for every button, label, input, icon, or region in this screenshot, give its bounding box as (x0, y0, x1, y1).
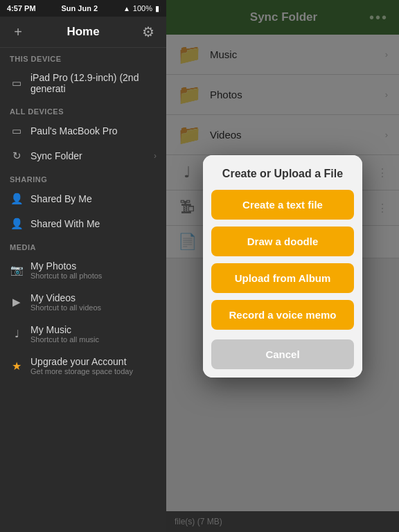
upgrade-sub: Get more storage space today (30, 367, 133, 375)
tablet-icon: ▭ (10, 77, 24, 89)
shared-with-me-label: Shared With Me (30, 218, 157, 229)
battery-level: 100% (133, 4, 152, 12)
status-icons: 100% (123, 4, 159, 13)
cancel-button[interactable]: Cancel (211, 339, 354, 369)
section-all-devices: ALL DEVICES (0, 100, 166, 118)
macbook-label: Paul's MacBook Pro (30, 125, 157, 136)
upgrade-label: Upgrade your Account (30, 356, 133, 367)
videos-sub: Shortcut to all videos (30, 303, 101, 312)
ipad-label: iPad Pro (12.9-inch) (2nd generati (30, 72, 157, 94)
wifi-icon (123, 4, 130, 12)
create-text-file-button[interactable]: Create a text file (211, 190, 354, 220)
music-label: My Music (30, 324, 99, 335)
gear-button[interactable]: ⚙ (140, 24, 157, 40)
photos-sub: Shortcut to all photos (30, 272, 102, 280)
camera-icon: 📷 (10, 264, 24, 276)
sidebar: 4:57 PM Sun Jun 2 100% + Home ⚙ THIS DEV… (0, 0, 166, 532)
section-this-device: THIS DEVICE (0, 48, 166, 66)
person-icon-1: 👤 (10, 193, 24, 205)
section-sharing: SHARING (0, 168, 166, 186)
modal-title: Create or Upload a File (203, 155, 362, 190)
upload-from-album-button[interactable]: Upload from Album (211, 263, 354, 293)
music-icon: ♩ (10, 328, 24, 340)
add-button[interactable]: + (10, 24, 26, 40)
sync-label: Sync Folder (30, 150, 147, 161)
laptop-icon: ▭ (10, 125, 24, 137)
modal-overlay: Create or Upload a File Create a text fi… (166, 0, 399, 532)
sidebar-item-videos[interactable]: ▶ My Videos Shortcut to all videos (0, 286, 166, 318)
sidebar-item-photos[interactable]: 📷 My Photos Shortcut to all photos (0, 254, 166, 286)
sidebar-item-music[interactable]: ♩ My Music Shortcut to all music (0, 318, 166, 350)
modal-cancel-area: Cancel (203, 337, 362, 378)
video-icon: ▶ (10, 296, 24, 308)
sidebar-item-ipad[interactable]: ▭ iPad Pro (12.9-inch) (2nd generati (0, 66, 166, 100)
sidebar-item-macbook[interactable]: ▭ Paul's MacBook Pro (0, 118, 166, 143)
star-icon: ★ (10, 360, 24, 373)
status-date: Sun Jun 2 (61, 4, 98, 12)
create-upload-modal: Create or Upload a File Create a text fi… (203, 155, 362, 378)
photos-label: My Photos (30, 260, 102, 272)
status-bar: 4:57 PM Sun Jun 2 100% (0, 0, 166, 17)
sidebar-item-sync[interactable]: ↻ Sync Folder › (0, 143, 166, 168)
sidebar-header: + Home ⚙ (0, 17, 166, 48)
sidebar-item-shared-with-me[interactable]: 👤 Shared With Me (0, 211, 166, 236)
main-panel: Sync Folder ••• 📁 Music › 📁 Photos › 📁 V… (166, 0, 399, 532)
sidebar-item-upgrade[interactable]: ★ Upgrade your Account Get more storage … (0, 350, 166, 382)
modal-action-buttons: Create a text file Draw a doodle Upload … (203, 190, 362, 337)
status-time-date: 4:57 PM (7, 4, 36, 12)
record-voice-memo-button[interactable]: Record a voice memo (211, 300, 354, 330)
music-sub: Shortcut to all music (30, 335, 99, 344)
section-media: MEDIA (0, 236, 166, 254)
sidebar-title: Home (26, 25, 140, 39)
shared-by-me-label: Shared By Me (30, 193, 157, 204)
battery-icon (155, 4, 159, 13)
person-icon-2: 👤 (10, 218, 24, 230)
videos-label: My Videos (30, 292, 101, 303)
sidebar-item-shared-by-me[interactable]: 👤 Shared By Me (0, 186, 166, 211)
sync-chevron: › (154, 151, 157, 161)
draw-doodle-button[interactable]: Draw a doodle (211, 227, 354, 256)
sync-icon: ↻ (10, 150, 24, 162)
